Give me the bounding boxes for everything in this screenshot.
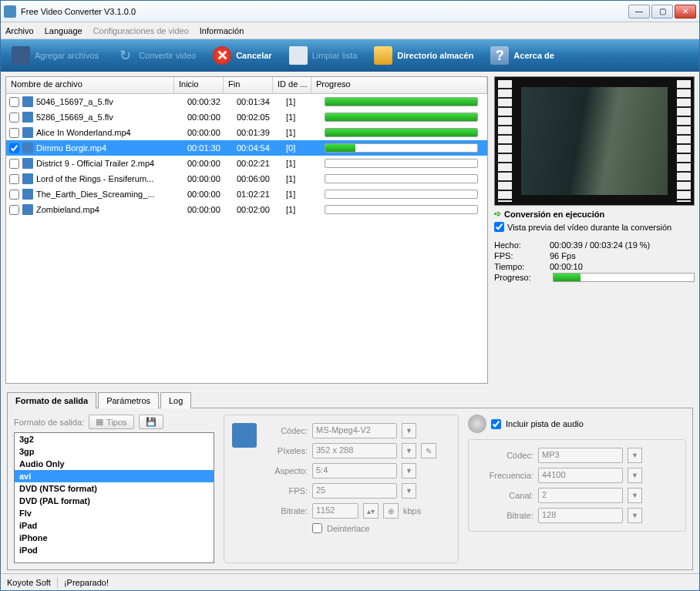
add-files-button[interactable]: Agregar archivos <box>4 42 106 69</box>
about-button[interactable]: ? Acerca de <box>483 42 562 69</box>
table-row[interactable]: The_Earth_Dies_Screaming_...00:00:0001:0… <box>6 186 487 202</box>
fps-select[interactable]: 25 <box>312 483 397 499</box>
format-item[interactable]: DVD (NTSC format) <box>15 482 214 495</box>
format-item[interactable]: avi <box>15 470 214 482</box>
menu-archivo[interactable]: Archivo <box>5 26 34 35</box>
row-checkbox[interactable] <box>9 128 19 138</box>
col-fin[interactable]: Fin <box>224 77 273 93</box>
progress-bar <box>325 159 478 168</box>
table-row[interactable]: 5046_15697_a_5.flv00:00:3200:01:34[1] <box>6 94 487 109</box>
format-section: Formato de salida: ▦ Tipos 💾 3g23gpAudio… <box>14 415 214 563</box>
format-list[interactable]: 3g23gpAudio OnlyaviDVD (NTSC format)DVD … <box>14 432 214 563</box>
chevron-down-icon[interactable]: ▼ <box>402 463 416 479</box>
clear-label: Limpiar lista <box>312 51 358 60</box>
app-window: Free Video Converter V3.1.0.0 — ▢ ✕ Arch… <box>0 0 700 591</box>
bitrate-label: Bitrate: <box>264 506 308 515</box>
folder-icon <box>374 46 392 65</box>
preview-checkbox[interactable] <box>494 222 504 232</box>
codec-select[interactable]: MS-Mpeg4-V2 <box>312 423 397 438</box>
file-fin: 01:02:21 <box>237 190 286 199</box>
file-id: [1] <box>286 112 325 122</box>
row-checkbox[interactable] <box>9 159 19 169</box>
file-inicio: 00:00:00 <box>187 159 237 168</box>
a-canal-select[interactable]: 2 <box>538 488 623 503</box>
table-row[interactable]: 5286_15669_a_5.flv00:00:0000:02:05[1] <box>6 109 487 125</box>
chevron-down-icon[interactable]: ▼ <box>402 483 416 499</box>
pixeles-select[interactable]: 352 x 288 <box>312 443 397 458</box>
row-checkbox[interactable] <box>9 190 19 200</box>
bitrate-spinner[interactable]: ▴▾ <box>363 503 379 519</box>
edit-pixeles-button[interactable]: ✎ <box>421 443 436 458</box>
video-fields: Códec: MS-Mpeg4-V2▼ Píxeles: 352 x 288▼ … <box>264 423 436 533</box>
save-format-button[interactable]: 💾 <box>139 415 163 429</box>
format-item[interactable]: iPad <box>15 519 214 532</box>
tipos-button[interactable]: ▦ Tipos <box>89 415 134 429</box>
cancel-button[interactable]: ✕ Cancelar <box>205 42 279 69</box>
table-row[interactable]: Alice In Wonderland.mp400:00:0000:01:39[… <box>6 125 487 140</box>
bitrate-input[interactable]: 1152 <box>312 503 358 519</box>
chevron-down-icon[interactable]: ▼ <box>628 448 642 463</box>
tab-params[interactable]: Parámetros <box>98 392 159 408</box>
menu-language[interactable]: Language <box>45 26 82 35</box>
row-checkbox[interactable] <box>9 205 19 215</box>
menu-info[interactable]: Información <box>200 26 244 35</box>
chevron-down-icon[interactable]: ▼ <box>402 423 416 438</box>
chevron-down-icon[interactable]: ▼ <box>628 508 642 523</box>
format-item[interactable]: iPod <box>15 544 214 556</box>
row-checkbox[interactable] <box>9 174 19 184</box>
tab-log[interactable]: Log <box>160 392 191 408</box>
row-checkbox[interactable] <box>9 143 19 153</box>
aspecto-select[interactable]: 5:4 <box>312 463 397 479</box>
format-item[interactable]: iPhone <box>15 532 214 544</box>
output-dir-button[interactable]: Directorio almacén <box>366 42 481 69</box>
a-freq-select[interactable]: 44100 <box>538 468 623 483</box>
file-id: [1] <box>286 128 325 137</box>
convert-button[interactable]: ↻ Convertir video <box>108 42 204 69</box>
tiempo-value: 00:00:10 <box>550 262 583 271</box>
app-icon <box>4 5 16 18</box>
a-codec-select[interactable]: MP3 <box>538 448 623 463</box>
chevron-down-icon[interactable]: ▼ <box>402 443 416 458</box>
file-progress-cell <box>325 128 484 137</box>
format-item[interactable]: Audio Only <box>15 458 214 470</box>
col-inicio[interactable]: Inicio <box>174 77 224 93</box>
audio-section: Incluir pista de audio Códec: MP3▼ Frecu… <box>468 415 686 563</box>
separator <box>57 577 58 588</box>
row-checkbox[interactable] <box>9 97 19 107</box>
table-row[interactable]: Zombieland.mp400:00:0000:02:00[1] <box>6 202 487 217</box>
audio-include-row: Incluir pista de audio <box>468 415 686 433</box>
bitrate-calc-button[interactable]: ⊕ <box>383 503 399 519</box>
menu-config[interactable]: Configuraciones de video <box>93 26 189 35</box>
format-item[interactable]: 3gp <box>15 445 214 458</box>
file-progress-cell <box>325 112 484 122</box>
file-name: Dimmu Borgir.mp4 <box>36 143 187 153</box>
table-row[interactable]: Lord of the Rings - Ensiferum...00:00:00… <box>6 171 487 186</box>
format-item[interactable]: DVD (PAL format) <box>15 495 214 507</box>
refresh-icon: ↻ <box>116 46 134 65</box>
file-progress-cell <box>325 143 484 153</box>
col-progreso[interactable]: Progreso <box>311 77 487 93</box>
tab-formato[interactable]: Formato de salida <box>7 392 96 408</box>
close-button[interactable]: ✕ <box>675 5 696 18</box>
deinterlace-checkbox[interactable] <box>312 523 322 533</box>
progress-fill <box>325 144 355 152</box>
overall-progress-bar <box>553 273 695 282</box>
row-checkbox[interactable] <box>9 112 19 123</box>
file-fin: 00:06:00 <box>237 174 286 183</box>
format-item[interactable]: Flv <box>15 507 214 519</box>
ready-label: ¡Preparado! <box>64 578 109 587</box>
format-item[interactable]: 3g2 <box>15 433 214 445</box>
chevron-down-icon[interactable]: ▼ <box>628 468 642 483</box>
chevron-down-icon[interactable]: ▼ <box>628 488 642 503</box>
tiempo-label: Tiempo: <box>494 262 550 271</box>
table-row[interactable]: Dimmu Borgir.mp400:01:3000:04:54[0] <box>6 140 487 156</box>
maximize-button[interactable]: ▢ <box>651 5 673 18</box>
a-bitrate-select[interactable]: 128 <box>538 508 623 523</box>
tipos-label: Tipos <box>106 418 127 427</box>
clear-list-button[interactable]: Limpiar lista <box>281 42 365 69</box>
col-name[interactable]: Nombre de archivo <box>6 77 174 93</box>
col-id[interactable]: ID de ... <box>273 77 311 93</box>
include-audio-check box[interactable] <box>491 419 501 429</box>
minimize-button[interactable]: — <box>628 5 650 18</box>
table-row[interactable]: District 9 - Official Trailer 2.mp400:00… <box>6 156 487 171</box>
